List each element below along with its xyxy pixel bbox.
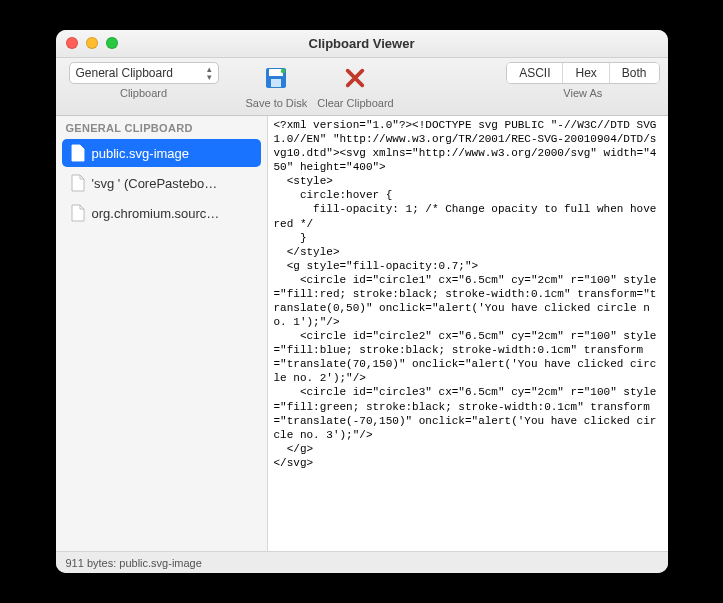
clear-clipboard-button[interactable] [335, 62, 375, 94]
save-group: Save to Disk [246, 62, 308, 109]
sidebar-item-label: public.svg-image [92, 146, 190, 161]
toolbar: General Clipboard ▴▾ Clipboard Save to D… [56, 58, 668, 116]
sidebar-header: GENERAL CLIPBOARD [56, 116, 267, 138]
status-bar: 911 bytes: public.svg-image [56, 551, 668, 573]
clipboard-select-value: General Clipboard [76, 66, 173, 80]
view-ascii-button[interactable]: ASCII [507, 63, 563, 83]
floppy-disk-icon [264, 66, 288, 90]
view-both-button[interactable]: Both [610, 63, 659, 83]
zoom-icon[interactable] [106, 37, 118, 49]
close-icon[interactable] [66, 37, 78, 49]
clear-group: Clear Clipboard [317, 62, 393, 109]
minimize-icon[interactable] [86, 37, 98, 49]
clipboard-label: Clipboard [120, 87, 167, 99]
app-window: Clipboard Viewer General Clipboard ▴▾ Cl… [56, 30, 668, 573]
titlebar: Clipboard Viewer [56, 30, 668, 58]
svg-rect-2 [271, 79, 281, 87]
view-as-segmented: ASCII Hex Both [506, 62, 659, 84]
save-label: Save to Disk [246, 97, 308, 109]
view-as-group: ASCII Hex Both View As [506, 62, 659, 99]
sidebar-item-org-chromium-source[interactable]: org.chromium.sourc… [62, 199, 261, 227]
save-to-disk-button[interactable] [256, 62, 296, 94]
x-delete-icon [344, 67, 366, 89]
traffic-lights [66, 37, 118, 49]
updown-chevron-icon: ▴▾ [207, 65, 212, 81]
svg-rect-1 [269, 69, 283, 76]
window-title: Clipboard Viewer [309, 36, 415, 51]
sidebar: GENERAL CLIPBOARD public.svg-image 'svg … [56, 116, 268, 551]
file-icon [70, 173, 86, 193]
view-hex-button[interactable]: Hex [563, 63, 609, 83]
content-view[interactable]: <?xml version="1.0"?><!DOCTYPE svg PUBLI… [268, 116, 668, 551]
clipboard-select-group: General Clipboard ▴▾ Clipboard [64, 62, 224, 99]
clipboard-select[interactable]: General Clipboard ▴▾ [69, 62, 219, 84]
file-icon [70, 143, 86, 163]
svg-point-3 [281, 69, 285, 73]
main-body: GENERAL CLIPBOARD public.svg-image 'svg … [56, 116, 668, 551]
status-text: 911 bytes: public.svg-image [66, 557, 202, 569]
file-icon [70, 203, 86, 223]
sidebar-item-label: org.chromium.sourc… [92, 206, 220, 221]
sidebar-item-label: 'svg ' (CorePastebo… [92, 176, 218, 191]
sidebar-item-svg-corepastebo[interactable]: 'svg ' (CorePastebo… [62, 169, 261, 197]
view-as-label: View As [563, 87, 602, 99]
sidebar-item-public-svg-image[interactable]: public.svg-image [62, 139, 261, 167]
clear-label: Clear Clipboard [317, 97, 393, 109]
